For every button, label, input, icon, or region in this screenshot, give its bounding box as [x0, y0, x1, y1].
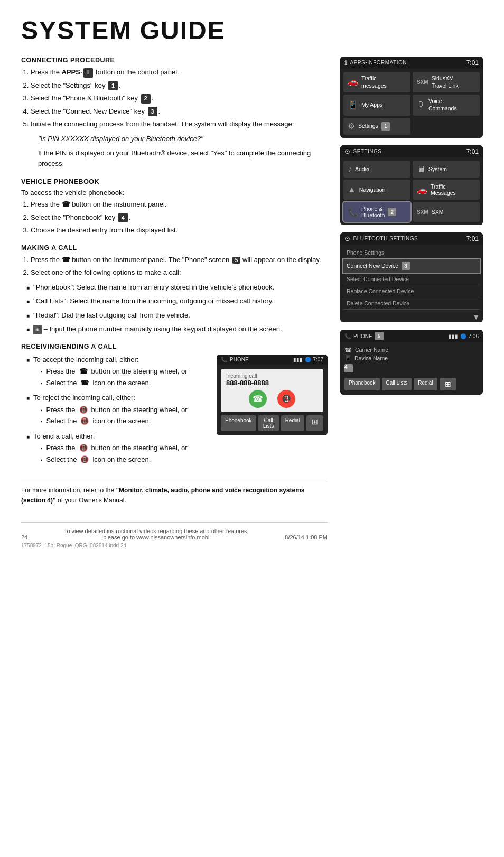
settings-title-text: SETTINGS: [353, 148, 382, 154]
settings-title: ⊙ SETTINGS: [344, 147, 382, 155]
phone2-header: 📞 PHONE ▮▮▮ 🔵 7:07: [217, 355, 328, 365]
tile-traffic-msg-label: Trafficmessages: [361, 75, 387, 89]
tile-myapps[interactable]: 📱 My Apps: [343, 95, 410, 115]
calllists-btn2[interactable]: Call Lists: [258, 415, 279, 431]
sxm-icon: SXM: [417, 209, 428, 215]
apps-title: ℹ APPS•INFORMATION: [344, 59, 407, 67]
phone-carrier: ☎ Carrier Name 📱 Device Name: [344, 347, 479, 361]
mc-step-2: Select one of the following options to m…: [31, 267, 328, 278]
bt-replace-connected[interactable]: Replace Connected Device: [343, 285, 480, 297]
tile-voice[interactable]: 🎙 VoiceCommands: [413, 95, 480, 115]
phone2-time: 7:07: [313, 357, 323, 362]
receiving-left: To accept the incoming call, either: Pre…: [21, 355, 207, 470]
reject-sub-1: Press the 📵 button on the steering wheel…: [41, 405, 188, 415]
settings-icon: ⚙: [348, 121, 355, 132]
pb-step-3: Choose the desired entry from the displa…: [31, 225, 328, 236]
settings-screen: ⊙ SETTINGS 7:01 ♪ Audio 🖥 System ▲ Navig…: [340, 145, 483, 225]
carrier-name: Carrier Name: [355, 347, 388, 353]
badge-5: 5: [232, 257, 241, 264]
tile-audio-label: Audio: [355, 166, 369, 172]
phone-time: 7:06: [469, 333, 479, 339]
receive-reject: To reject the incoming call, either: Pre…: [26, 393, 207, 427]
bt-connect-new-label: Connect New Device: [347, 263, 398, 269]
apps-icon: ℹ: [344, 59, 348, 67]
accept-call-btn[interactable]: ☎: [249, 390, 267, 408]
settings-body: ♪ Audio 🖥 System ▲ Navigation 🚗 TrafficM…: [340, 157, 483, 225]
footer-center: To view detailed instructional videos re…: [27, 528, 285, 541]
reject-call-btn[interactable]: 📵: [277, 390, 295, 408]
tile-system[interactable]: 🖥 System: [413, 161, 480, 178]
keypad-btn2[interactable]: ⊞: [306, 415, 323, 431]
step-4: Select the "Connect New Device" key 3.: [31, 106, 328, 117]
redial-btn[interactable]: Redial: [414, 378, 437, 390]
bt-delete-connected[interactable]: Delete Connected Device: [343, 297, 480, 310]
audio-icon: ♪: [348, 164, 352, 174]
tile-siriusxm[interactable]: SXM SiriusXMTravel Link: [413, 72, 480, 92]
phone2-title: 📞 PHONE: [221, 357, 249, 362]
file-info: 1758972_15b_Rogue_QRG_082614.indd 24: [21, 543, 126, 548]
footer-bottom: 24 To view detailed instructional videos…: [21, 522, 328, 541]
redial-btn2[interactable]: Redial: [281, 415, 304, 431]
footer-video-text: To view detailed instructional videos re…: [64, 528, 249, 534]
bt-list: Phone Settings Connect New Device 3 Sele…: [340, 245, 483, 312]
settings-badge: 1: [381, 122, 390, 131]
step-2: Select the "Settings" key 1.: [31, 80, 328, 91]
device-icon: 📱: [344, 355, 351, 361]
left-column: CONNECTING PROCEDURE Press the APPS·i bu…: [21, 57, 328, 548]
device-name: Device Name: [354, 355, 388, 361]
incoming-box: Incoming call 888-888-8888 ☎ 📵: [221, 369, 323, 412]
calllists-btn[interactable]: Call Lists: [382, 378, 412, 390]
bt-connect-new[interactable]: Connect New Device 3: [343, 259, 480, 273]
bluetooth-screen: ⊙ BLUETOOTH SETTINGS 7:01 Phone Settings…: [340, 232, 483, 322]
tile-traffic-messages-label: TrafficMessages: [431, 183, 456, 196]
mc-step-1: Press the ☎ button on the instrument pan…: [31, 255, 328, 265]
phone2-title-text: PHONE: [230, 357, 249, 362]
tile-voice-label: VoiceCommands: [428, 98, 457, 112]
apps-screen: ℹ APPS•INFORMATION 7:01 🚗 Trafficmessage…: [340, 57, 483, 138]
page-number: 24: [21, 534, 27, 541]
badge-2: 2: [141, 94, 151, 104]
footer-file: 1758972_15b_Rogue_QRG_082614.indd 24: [21, 543, 328, 548]
bt-scroll: ▼: [340, 312, 483, 322]
settings-screen-icon: ⊙: [344, 147, 351, 155]
if-text: If the PIN is displayed on your Bluetoot…: [38, 148, 328, 170]
footer-section: For more information, refer to the "Moni…: [21, 479, 328, 506]
phone2-status: ▮▮▮ 🔵 7:07: [293, 357, 323, 362]
badge-4: 4: [118, 213, 128, 222]
bt-delete-label: Delete Connected Device: [347, 300, 409, 306]
end-subs: Press the 📵 button on the steering wheel…: [41, 443, 188, 464]
tile-settings[interactable]: ⚙ Settings 1: [343, 118, 410, 135]
carrier-line-1: ☎ Carrier Name: [344, 347, 479, 353]
tile-traffic-messages[interactable]: 🚗 TrafficMessages: [413, 180, 480, 200]
tile-traffic-msg[interactable]: 🚗 Trafficmessages: [343, 72, 410, 92]
tile-phone-bluetooth[interactable]: 📞 Phone &Bluetooth 2: [343, 202, 410, 222]
section-phonebook-title: VEHICLE PHONEBOOK: [21, 178, 328, 185]
tile-audio[interactable]: ♪ Audio: [343, 161, 410, 178]
tile-sxm-label: SXM: [432, 209, 444, 215]
phone2-bt: 🔵: [305, 357, 311, 362]
myapps-icon: 📱: [348, 100, 358, 111]
receiving-right: 📞 PHONE ▮▮▮ 🔵 7:07 Incoming call 888-888: [217, 355, 328, 470]
tile-siriusxm-label: SiriusXMTravel Link: [432, 75, 459, 89]
incoming-number: 888-888-8888: [226, 379, 318, 387]
phonebook-btn2[interactable]: Phonebook: [221, 415, 256, 431]
step-1: Press the APPS·i button on the control p…: [31, 67, 328, 78]
receive-accept: To accept the incoming call, either: Pre…: [26, 355, 207, 389]
bt-phone-settings[interactable]: Phone Settings: [343, 247, 480, 259]
carrier-icon: ☎: [344, 347, 352, 353]
keypad-icon: ⊞: [33, 325, 42, 334]
bt-icon: ⊙: [344, 235, 351, 243]
option-phonebook: "Phonebook": Select the name from an ent…: [26, 282, 328, 293]
making-steps: Press the ☎ button on the instrument pan…: [31, 255, 328, 278]
end-sub-2: Select the 📵 icon on the screen.: [41, 454, 188, 465]
end-sub-1: Press the 📵 button on the steering wheel…: [41, 443, 188, 453]
footer-video-url: please go to www.nissanownersinfo.mobi: [103, 534, 209, 541]
phone-bt-badge: 2: [388, 208, 396, 216]
phonebook-btn[interactable]: Phonebook: [344, 378, 380, 390]
keypad-btn[interactable]: ⊞: [440, 378, 456, 390]
bt-select-connected[interactable]: Select Connected Device: [343, 273, 480, 285]
tile-sxm[interactable]: SXM SXM: [413, 202, 480, 222]
tile-navigation[interactable]: ▲ Navigation: [343, 180, 410, 200]
footer-date: 8/26/14 1:08 PM: [285, 534, 328, 541]
incoming-buttons: ☎ 📵: [226, 390, 318, 408]
